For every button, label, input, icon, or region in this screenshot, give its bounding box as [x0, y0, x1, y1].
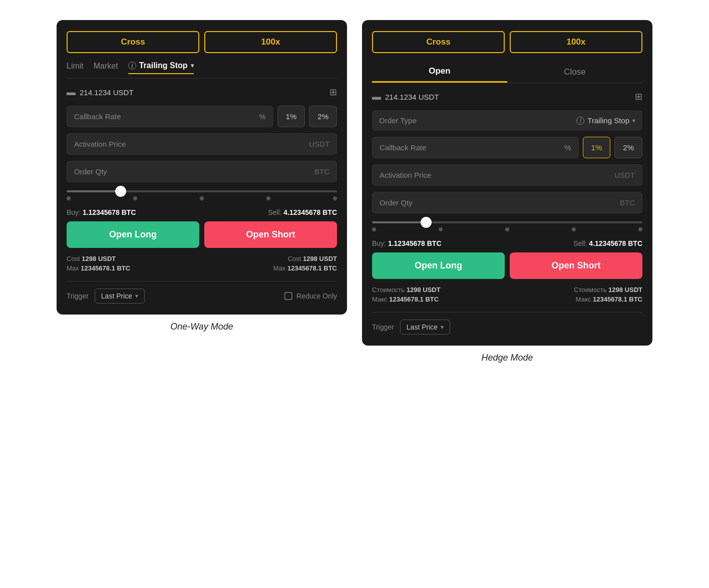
one-way-cost-buy: Cost 1298 USDT — [67, 255, 202, 262]
one-way-leverage-button[interactable]: 100x — [204, 31, 337, 53]
reduce-only-checkbox[interactable] — [284, 292, 292, 300]
one-way-slider[interactable] — [67, 190, 337, 200]
slider-dot-3 — [200, 196, 204, 200]
hedge-trigger-row: Trigger Last Price ▾ — [372, 312, 642, 335]
hedge-max-sell: Макс 12345678.1 BTC — [507, 296, 642, 303]
hedge-slider-track — [372, 221, 642, 223]
card-icon-hedge: ▬ — [372, 92, 381, 102]
hedge-slider-dot-4 — [572, 227, 576, 231]
hedge-open-close-tabs: Open Close — [372, 61, 642, 83]
hedge-balance-value: 214.1234 USDT — [385, 93, 439, 101]
tab-trailing-stop[interactable]: i Trailing Stop ▾ — [128, 61, 194, 74]
chevron-down-icon-ow: ▾ — [191, 62, 194, 69]
hedge-top-buttons: Cross 100x — [372, 31, 642, 53]
hedge-slider-thumb[interactable] — [421, 217, 432, 228]
one-way-open-long-button[interactable]: Open Long — [67, 221, 199, 248]
hedge-order-type-label: Order Type — [379, 116, 417, 125]
one-way-pct-btn-1[interactable]: 1% — [277, 106, 305, 127]
hedge-order-qty[interactable]: Order Qty BTC — [372, 192, 642, 213]
hedge-activation-unit: USDT — [614, 171, 635, 179]
card-icon-ow: ▬ — [67, 87, 76, 98]
one-way-mode-label: One-Way Mode — [170, 322, 233, 332]
hedge-cross-button[interactable]: Cross — [372, 31, 505, 53]
one-way-buy-sell-info: Buy: 1.12345678 BTC Sell: 4.12345678 BTC — [67, 208, 337, 216]
hedge-pct-btn-1[interactable]: 1% — [583, 137, 611, 158]
info-icon-hedge: i — [576, 117, 584, 125]
one-way-slider-fill — [67, 190, 121, 192]
hedge-mode-label: Hedge Mode — [481, 353, 533, 363]
hedge-buy-info: Buy: 1.12345678 BTC — [372, 239, 442, 247]
hedge-callback-input[interactable]: Callback Rate % — [372, 137, 579, 158]
reduce-only-label: Reduce Only — [296, 292, 337, 300]
hedge-cost-buy-col: Стоимость 1298 USDT Макс 12345678.1 BTC — [372, 286, 507, 305]
info-icon-ow: i — [128, 62, 136, 70]
one-way-trigger-value: Last Price — [101, 292, 132, 300]
hedge-activation-price[interactable]: Activation Price USDT — [372, 164, 642, 186]
calculator-icon-ow[interactable]: ⊞ — [329, 87, 337, 98]
one-way-panel-wrapper: Cross 100x Limit Market i Trailing Stop … — [57, 20, 347, 363]
one-way-activation-unit: USDT — [309, 140, 329, 148]
hedge-pct-btn-2[interactable]: 2% — [614, 137, 642, 158]
hedge-cost-sell-col: Стоимость 1298 USDT Макс 12345678.1 BTC — [507, 286, 642, 305]
hedge-slider-fill — [372, 221, 426, 223]
hedge-sell-info: Sell: 4.12345678 BTC — [573, 239, 642, 247]
hedge-order-type-chevron: ▾ — [632, 117, 635, 124]
one-way-order-tabs: Limit Market i Trailing Stop ▾ — [67, 61, 337, 79]
tab-open[interactable]: Open — [372, 61, 507, 83]
slider-dot-1 — [67, 196, 71, 200]
one-way-buy-info: Buy: 1.12345678 BTC — [67, 208, 136, 216]
one-way-callback-pct-symbol: % — [259, 112, 265, 121]
hedge-trigger-select[interactable]: Last Price ▾ — [400, 320, 450, 335]
hedge-slider-dots — [372, 227, 642, 231]
one-way-callback-label: Callback Rate — [74, 112, 121, 121]
hedge-slider-dot-2 — [439, 227, 443, 231]
hedge-slider[interactable] — [372, 221, 642, 231]
hedge-callback-label: Callback Rate — [380, 143, 426, 152]
tab-market[interactable]: Market — [94, 61, 118, 74]
hedge-order-type-row: Order Type i Trailing Stop ▾ — [372, 110, 642, 131]
one-way-sell-info: Sell: 4.12345678 BTC — [268, 208, 337, 216]
hedge-qty-unit: BTC — [620, 198, 635, 207]
one-way-balance-value: 214.1234 USDT — [80, 88, 134, 97]
hedge-slider-dot-1 — [372, 227, 376, 231]
hedge-buy-sell-info: Buy: 1.12345678 BTC Sell: 4.12345678 BTC — [372, 239, 642, 247]
hedge-qty-label: Order Qty — [380, 198, 413, 207]
hedge-cost-sell: Стоимость 1298 USDT — [507, 286, 642, 293]
one-way-cross-button[interactable]: Cross — [67, 31, 199, 53]
one-way-slider-thumb[interactable] — [115, 186, 126, 197]
one-way-slider-track — [67, 190, 337, 192]
one-way-cost-max: Cost 1298 USDT Max 12345678.1 BTC Cost 1… — [67, 255, 337, 274]
one-way-callback-row: Callback Rate % 1% 2% — [67, 106, 337, 127]
panels-container: Cross 100x Limit Market i Trailing Stop … — [10, 10, 699, 373]
hedge-trigger-chevron: ▾ — [441, 324, 444, 331]
hedge-open-long-button[interactable]: Open Long — [372, 252, 505, 279]
one-way-trigger-row: Trigger Last Price ▾ Reduce Only — [67, 281, 337, 304]
tab-limit[interactable]: Limit — [67, 61, 84, 74]
one-way-order-qty[interactable]: Order Qty BTC — [67, 161, 337, 182]
one-way-trigger-select[interactable]: Last Price ▾ — [95, 288, 145, 304]
hedge-action-buttons: Open Long Open Short — [372, 252, 642, 279]
calculator-icon-hedge[interactable]: ⊞ — [635, 91, 642, 102]
slider-dot-4 — [266, 196, 270, 200]
one-way-qty-label: Order Qty — [74, 167, 107, 176]
one-way-max-buy: Max 12345678.1 BTC — [67, 264, 202, 272]
tab-close[interactable]: Close — [507, 61, 642, 83]
one-way-pct-btn-2[interactable]: 2% — [309, 106, 337, 127]
one-way-callback-input[interactable]: Callback Rate % — [67, 106, 273, 127]
hedge-cost-max: Стоимость 1298 USDT Макс 12345678.1 BTC … — [372, 286, 642, 305]
hedge-balance-left: ▬ 214.1234 USDT — [372, 92, 439, 102]
hedge-open-short-button[interactable]: Open Short — [510, 252, 642, 279]
one-way-qty-unit: BTC — [314, 167, 329, 176]
hedge-leverage-button[interactable]: 100x — [510, 31, 642, 53]
hedge-balance-row: ▬ 214.1234 USDT ⊞ — [372, 91, 642, 102]
one-way-balance-left: ▬ 214.1234 USDT — [67, 87, 134, 98]
one-way-reduce-only[interactable]: Reduce Only — [284, 292, 337, 300]
one-way-cost-buy-col: Cost 1298 USDT Max 12345678.1 BTC — [67, 255, 202, 274]
hedge-order-type-select[interactable]: i Trailing Stop ▾ — [576, 116, 635, 125]
one-way-open-short-button[interactable]: Open Short — [204, 221, 337, 248]
one-way-activation-price[interactable]: Activation Price USDT — [67, 133, 337, 155]
one-way-slider-dots — [67, 196, 337, 200]
hedge-cost-buy: Стоимость 1298 USDT — [372, 286, 507, 293]
hedge-order-type-value: Trailing Stop — [587, 116, 629, 125]
one-way-max-sell: Max 12345678.1 BTC — [202, 264, 337, 272]
